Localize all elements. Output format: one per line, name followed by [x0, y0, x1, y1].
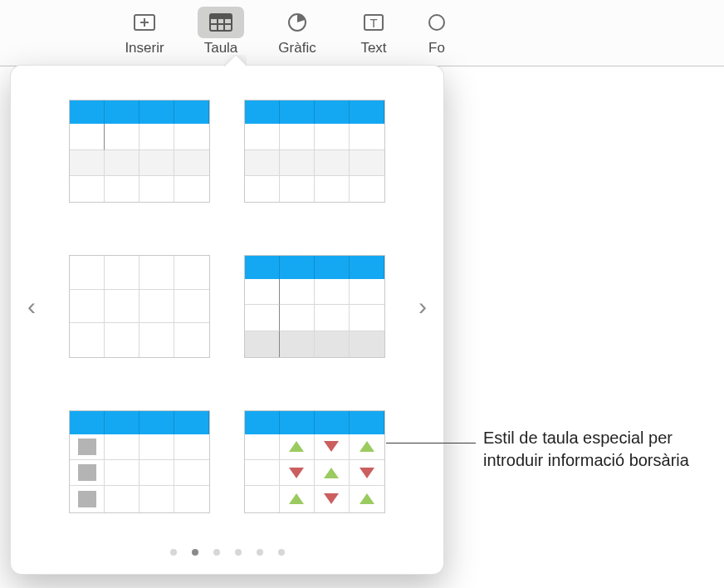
- table-style-3-thumb: [69, 255, 210, 358]
- page-dot[interactable]: [170, 549, 177, 556]
- chart-icon: [274, 7, 320, 38]
- arrow-up-icon: [289, 493, 304, 504]
- table-style-4[interactable]: [227, 244, 403, 370]
- callout-text: Estil de taula especial per introduir in…: [483, 427, 707, 472]
- toolbar-text-label: Text: [360, 40, 386, 56]
- arrow-up-icon: [360, 441, 374, 452]
- svg-point-11: [429, 15, 444, 30]
- svg-text:T: T: [369, 16, 377, 30]
- svg-rect-4: [210, 14, 232, 19]
- toolbar-shape-label: Fo: [428, 40, 445, 56]
- toolbar-chart-label: Gràfic: [278, 40, 316, 56]
- swatch-icon: [78, 464, 96, 481]
- shape-icon: [413, 7, 460, 38]
- toolbar-table-label: Taula: [204, 40, 238, 56]
- insert-icon: [121, 7, 168, 38]
- toolbar-insert[interactable]: Inserir: [106, 7, 183, 56]
- toolbar-chart[interactable]: Gràfic: [259, 7, 335, 56]
- table-style-5[interactable]: [52, 399, 227, 524]
- page-dot[interactable]: [278, 549, 285, 556]
- table-style-4-thumb: [244, 255, 385, 358]
- arrow-up-icon: [289, 441, 304, 452]
- table-style-2-thumb: [244, 100, 385, 203]
- swatch-icon: [78, 439, 96, 455]
- text-icon: T: [350, 7, 397, 38]
- swatch-icon: [78, 491, 96, 507]
- table-style-3[interactable]: [52, 244, 227, 370]
- table-icon: [198, 7, 244, 38]
- toolbar-insert-label: Inserir: [125, 40, 164, 56]
- popover-arrow: [223, 55, 247, 66]
- toolbar-shape[interactable]: Fo: [412, 7, 462, 56]
- callout-leader-line: [386, 443, 476, 443]
- toolbar-text[interactable]: T Text: [335, 7, 412, 56]
- arrow-down-icon: [289, 468, 304, 478]
- arrow-down-icon: [324, 441, 339, 452]
- arrow-down-icon: [324, 493, 339, 504]
- page-dot[interactable]: [192, 549, 198, 556]
- table-style-5-thumb: [69, 410, 210, 513]
- page-dot[interactable]: [213, 549, 220, 556]
- next-page-button[interactable]: ›: [402, 244, 443, 370]
- table-style-grid: ‹ ›: [11, 89, 443, 524]
- chevron-left-icon: ‹: [27, 294, 36, 319]
- toolbar: Inserir Taula Gràfic T Text Fo: [0, 0, 724, 66]
- table-style-stock-thumb: [244, 410, 385, 513]
- arrow-up-icon: [360, 493, 374, 504]
- toolbar-table[interactable]: Taula: [183, 7, 259, 56]
- table-style-1-thumb: [69, 100, 210, 203]
- table-style-2[interactable]: [227, 89, 403, 214]
- page-dots: [11, 549, 443, 556]
- arrow-up-icon: [324, 468, 339, 478]
- prev-page-button[interactable]: ‹: [11, 244, 52, 370]
- arrow-down-icon: [360, 468, 374, 478]
- page-dot[interactable]: [257, 549, 263, 556]
- table-style-popover: ‹ ›: [10, 65, 444, 575]
- page-dot[interactable]: [235, 549, 242, 556]
- table-style-stock[interactable]: [227, 399, 403, 524]
- chevron-right-icon: ›: [418, 294, 427, 319]
- table-style-1[interactable]: [52, 89, 227, 214]
